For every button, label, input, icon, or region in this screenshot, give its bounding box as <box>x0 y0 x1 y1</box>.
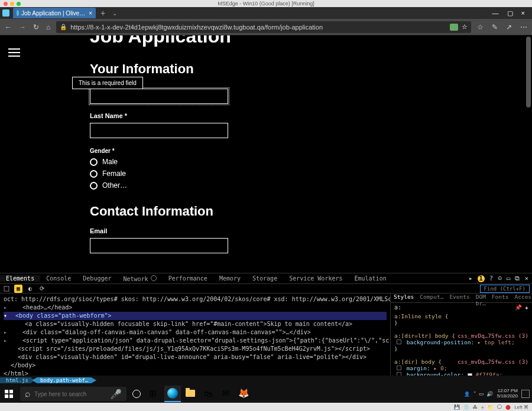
devtools-tab-emulation[interactable]: Emulation <box>348 275 392 282</box>
css-prop-value[interactable]: ▸ 0; <box>434 365 447 371</box>
breadcrumb-body[interactable]: body.path-webf… <box>32 377 96 383</box>
nav-reload-icon[interactable]: ↻ <box>33 23 39 31</box>
pseudo-class-toggle[interactable]: a: <box>394 304 401 311</box>
tray-network-icon[interactable]: ▭ <box>479 391 484 397</box>
more-icon[interactable]: ⋯ <box>520 23 527 31</box>
css-prop-value[interactable]: ▸ top left; <box>478 339 515 345</box>
devtools-undock-icon[interactable]: ⧉ <box>515 275 520 282</box>
breadcrumb-html[interactable]: html.js <box>0 377 34 383</box>
window-maximize-icon[interactable]: ▢ <box>507 9 513 17</box>
pin-style-icon[interactable]: 📌 <box>515 304 522 311</box>
inspect-element-icon[interactable] <box>2 285 11 293</box>
css-selector[interactable]: a:Inline style { <box>394 313 528 319</box>
bookmark-star-icon[interactable]: ☆ <box>462 23 468 31</box>
dom-line[interactable]: <script src="/sites/preloaded/files/js/j… <box>4 345 387 353</box>
devtools-tab-elements[interactable]: Elements <box>0 275 40 282</box>
accessibility-tree-icon[interactable]: ⟳ <box>38 285 46 293</box>
css-prop-name[interactable]: background-color: <box>407 371 464 376</box>
dom-line[interactable]: <div class="visually-hidden" id="drupal-… <box>4 353 387 361</box>
styles-tab[interactable]: Styles <box>391 293 417 302</box>
css-prop-name[interactable]: margin: <box>407 365 430 371</box>
last-name-input[interactable] <box>90 123 228 138</box>
dom-line[interactable]: ▸ <head>…</head> <box>4 304 387 312</box>
cortana-icon[interactable] <box>132 390 141 398</box>
tray-people-icon[interactable]: 👤 <box>464 392 470 397</box>
dom-breakpoints-tab[interactable]: DOM br… <box>473 293 489 302</box>
first-name-input[interactable] <box>90 89 228 104</box>
devtools-tab-performance[interactable]: Performance <box>163 275 213 282</box>
devtools-help-icon[interactable]: ? <box>489 275 494 282</box>
dom-line[interactable]: oct: http://rdfs.org/sioc/types# skos: h… <box>4 295 387 304</box>
gender-other-radio[interactable] <box>90 182 98 190</box>
css-prop-value[interactable]: #f7f9fa; <box>475 371 502 376</box>
devtools-tab-storage[interactable]: Storage <box>246 275 283 282</box>
devtools-dock-icon[interactable]: ▭ <box>507 275 511 282</box>
page-scrollbar-thumb[interactable] <box>526 37 531 107</box>
fonts-tab[interactable]: Fonts <box>489 293 512 302</box>
devtools-close-icon[interactable]: × <box>524 275 528 282</box>
dom-line[interactable]: ▸ <div class="dialog-off-canvas-main-can… <box>4 328 387 337</box>
css-source-link[interactable]: css_mvDq…7Sfw.css (3) <box>458 332 528 339</box>
notes-icon[interactable]: ✎ <box>492 23 498 31</box>
taskbar-mail-icon[interactable]: ✉ <box>218 386 234 402</box>
css-source-link[interactable]: css_mvDq…7Sfw.css (3) <box>458 358 528 365</box>
devtools-expand-icon[interactable]: ▸ <box>469 275 473 282</box>
window-minimize-icon[interactable]: — <box>492 9 499 17</box>
taskbar-explorer-icon[interactable] <box>182 386 199 402</box>
tray-expand-icon[interactable]: ˄ <box>473 391 476 397</box>
devtools-feedback-icon[interactable]: ☺ <box>498 275 502 282</box>
devtools-tab-console[interactable]: Console <box>40 275 77 282</box>
browser-tab-active[interactable]: Job Application | Olive… × <box>13 8 96 18</box>
devtools-find-input[interactable]: Find (Ctrl+F) <box>480 285 530 293</box>
vm-record-icon: ⬤ <box>505 405 511 410</box>
action-center-icon[interactable] <box>521 390 530 398</box>
url-input[interactable]: 🔒 https://8-x-1-x-dev-2t4d1epwkj8tgwxdui… <box>56 21 471 33</box>
mic-icon[interactable]: 🎤 <box>110 389 122 400</box>
css-selector[interactable]: a:[dir] body { <box>394 358 442 365</box>
color-picker-icon[interactable]: ◐ <box>26 285 34 293</box>
nav-forward-icon[interactable]: → <box>19 23 26 31</box>
hamburger-menu-icon[interactable] <box>8 46 20 59</box>
gender-female-radio[interactable] <box>90 170 98 178</box>
reading-mode-icon[interactable] <box>450 24 458 31</box>
devtools-tab-service-workers[interactable]: Service Workers <box>283 275 348 282</box>
share-icon[interactable]: ↗ <box>506 23 512 31</box>
email-input[interactable] <box>90 238 228 253</box>
devtools-tab-debugger[interactable]: Debugger <box>77 275 117 282</box>
devtools-tab-network[interactable]: Network <box>118 275 163 282</box>
dom-line[interactable]: </html> <box>4 370 387 376</box>
css-prop-name[interactable]: background-position: <box>407 339 474 345</box>
taskbar-store-icon[interactable]: 🛍 <box>200 386 216 402</box>
accessibility-tab[interactable]: Accessib… <box>511 293 532 302</box>
taskbar-clock[interactable]: 12:07 PM 5/18/2020 <box>497 389 518 399</box>
new-rule-icon[interactable]: ✚ <box>525 304 528 311</box>
gender-male-radio[interactable] <box>90 158 98 166</box>
dom-line[interactable]: </body> <box>4 361 387 370</box>
events-tab[interactable]: Events <box>446 293 472 302</box>
computed-tab[interactable]: Comput… <box>417 293 446 302</box>
taskbar-edge-icon[interactable] <box>164 386 181 402</box>
task-view-icon[interactable]: ⊞ <box>144 386 161 402</box>
nav-home-icon[interactable]: ⌂ <box>46 23 50 31</box>
tray-volume-icon[interactable]: 🔊 <box>486 391 493 397</box>
dom-tree[interactable]: oct: http://rdfs.org/sioc/types# skos: h… <box>0 293 390 376</box>
dom-line-selected[interactable]: ▾ <body class="path-webform"> <box>4 312 387 320</box>
css-prop-toggle[interactable] <box>397 366 401 370</box>
css-selector[interactable]: a:[dir=ltr] body { <box>394 332 455 339</box>
highlight-element-icon[interactable]: ▦ <box>14 285 22 293</box>
window-close-icon[interactable]: × <box>521 9 525 17</box>
start-button[interactable] <box>0 385 18 403</box>
taskbar-search[interactable]: ⌕ 🎤 <box>20 387 126 401</box>
taskbar-search-input[interactable] <box>34 391 106 397</box>
devtools-warning-badge[interactable]: 1 <box>478 275 485 282</box>
css-prop-toggle[interactable] <box>397 340 401 344</box>
tab-close-icon[interactable]: × <box>89 10 92 17</box>
devtools-tab-memory[interactable]: Memory <box>213 275 246 282</box>
taskbar-firefox-icon[interactable]: 🦊 <box>235 386 252 402</box>
tab-overflow-icon[interactable]: ⌄ <box>110 10 119 17</box>
favorites-icon[interactable]: ☆ <box>477 23 484 31</box>
dom-line[interactable]: ▸ <script type="application/json" data-d… <box>4 337 387 345</box>
new-tab-button[interactable]: + <box>97 8 109 18</box>
dom-line[interactable]: <a class="visually-hidden focusable skip… <box>4 320 387 328</box>
nav-back-icon[interactable]: ← <box>5 23 12 31</box>
